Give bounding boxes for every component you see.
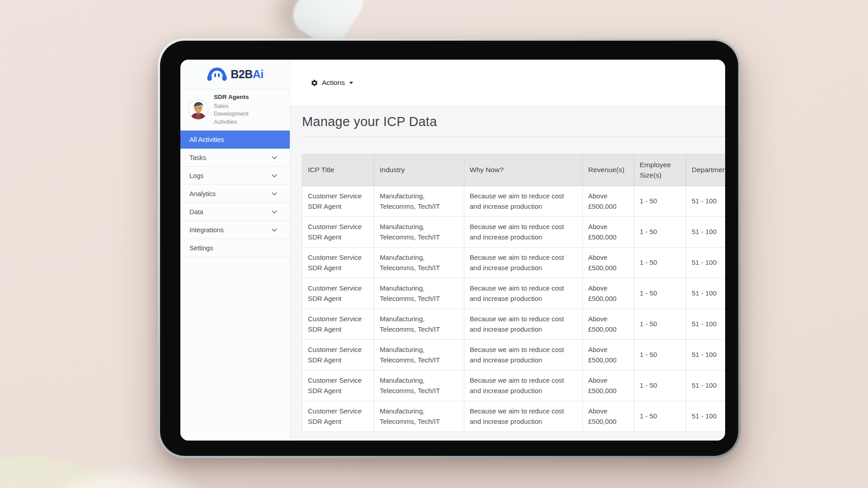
sidebar-item[interactable]: Tasks [180,149,290,167]
chevron-down-icon [272,174,277,178]
cell-department-size: 51 - 100 [686,186,726,217]
table-row: Customer Service SDR Agent Manufacturing… [302,248,726,278]
sidebar-item-label: Integrations [189,226,224,234]
app-screen: B2BAi [180,60,725,441]
cell-icp-title: Customer Service SDR Agent [302,371,374,401]
column-header: Revenue(s) [583,155,634,186]
sidebar-item-label: Analytics [189,190,216,197]
table-row: Customer Service SDR Agent Manufacturing… [302,309,726,340]
cell-industry: Manufacturing, Telecomms, Tech/IT [374,217,464,248]
actions-label: Actions [322,79,345,87]
sidebar-nav: All Activities Tasks Logs [180,131,290,257]
cell-why-now: Because we aim to reduce cost and increa… [464,371,583,401]
cell-icp-title: Customer Service SDR Agent [302,278,374,309]
tablet-bezel: B2BAi [160,41,738,456]
cell-icp-title: Customer Service SDR Agent [302,340,374,371]
cell-revenue: Above £500,000 [583,340,634,371]
sidebar-item[interactable]: Logs [180,167,290,185]
cell-icp-title: Customer Service SDR Agent [302,309,374,340]
sidebar-item-label: All Activities [189,136,224,143]
cell-why-now: Because we aim to reduce cost and increa… [464,217,583,248]
logo-text: B2BAi [231,68,264,81]
column-header: Employee Size(s) [634,155,686,186]
cell-revenue: Above £500,000 [583,309,634,340]
profile-section: SDR Agents Sales Development Activities [180,89,290,131]
column-header: ICP Title [302,155,374,186]
headset-icon [207,67,227,81]
cell-industry: Manufacturing, Telecomms, Tech/IT [374,401,464,432]
cell-department-size: 51 - 100 [686,309,726,340]
cell-icp-title: Customer Service SDR Agent [302,248,374,278]
gear-icon [311,79,318,87]
sidebar: B2BAi [180,60,290,441]
avatar [188,99,208,120]
sidebar-item-label: Logs [189,172,203,179]
table-header-row: ICP TitleIndustryWhy Now?Revenue(s)Emplo… [302,155,726,186]
cell-revenue: Above £500,000 [583,217,634,248]
table-row: Customer Service SDR Agent Manufacturing… [302,186,726,217]
caret-down-icon [349,82,353,84]
cell-employee-size: 1 - 50 [634,401,686,432]
actions-button[interactable]: Actions [311,79,353,87]
sidebar-item-label: Data [189,208,203,216]
cell-icp-title: Customer Service SDR Agent [302,186,374,217]
sidebar-item[interactable]: Analytics [180,185,290,203]
chevron-down-icon [272,210,277,214]
table-row: Customer Service SDR Agent Manufacturing… [302,217,726,248]
cell-employee-size: 1 - 50 [634,186,686,217]
cell-revenue: Above £500,000 [583,371,634,401]
cell-employee-size: 1 - 50 [634,371,686,401]
cell-industry: Manufacturing, Telecomms, Tech/IT [374,340,464,371]
sidebar-item[interactable]: All Activities [180,131,290,149]
cell-icp-title: Customer Service SDR Agent [302,401,374,432]
cell-employee-size: 1 - 50 [634,340,686,371]
cell-revenue: Above £500,000 [583,248,634,278]
cell-why-now: Because we aim to reduce cost and increa… [464,340,583,371]
page-title: Manage your ICP Data [302,114,437,129]
cell-revenue: Above £500,000 [583,401,634,432]
sidebar-item[interactable]: Data [180,203,290,221]
main-content: Manage your ICP Data ICP TitleIndustryWh… [290,107,725,441]
cell-employee-size: 1 - 50 [634,309,686,340]
desk-photo-background: { "logo": { "text_primary": "B2B", "text… [0,0,868,488]
cell-employee-size: 1 - 50 [634,248,686,278]
cell-industry: Manufacturing, Telecomms, Tech/IT [374,278,464,309]
table-row: Customer Service SDR Agent Manufacturing… [302,340,726,371]
cell-department-size: 51 - 100 [686,248,726,278]
profile-name: SDR Agents [214,94,264,100]
cell-industry: Manufacturing, Telecomms, Tech/IT [374,309,464,340]
cell-employee-size: 1 - 50 [634,278,686,309]
cell-why-now: Because we aim to reduce cost and increa… [464,309,583,340]
cell-department-size: 51 - 100 [686,278,726,309]
cell-industry: Manufacturing, Telecomms, Tech/IT [374,186,464,217]
cell-icp-title: Customer Service SDR Agent [302,217,374,248]
chevron-down-icon [272,192,277,196]
cell-industry: Manufacturing, Telecomms, Tech/IT [374,248,464,278]
column-header: Industry [374,155,464,186]
cell-department-size: 51 - 100 [686,217,726,248]
cell-department-size: 51 - 100 [686,401,726,432]
cell-industry: Manufacturing, Telecomms, Tech/IT [374,371,464,401]
icp-table: ICP TitleIndustryWhy Now?Revenue(s)Emplo… [302,154,725,432]
sidebar-item[interactable]: Integrations [180,221,290,239]
page-header: Manage your ICP Data [302,107,725,137]
sidebar-item-label: Tasks [189,154,206,161]
cell-why-now: Because we aim to reduce cost and increa… [464,401,583,432]
cell-why-now: Because we aim to reduce cost and increa… [464,278,583,309]
cell-revenue: Above £500,000 [583,186,634,217]
sidebar-item[interactable]: Settings [180,239,290,257]
cell-why-now: Because we aim to reduce cost and increa… [464,186,583,217]
cell-why-now: Because we aim to reduce cost and increa… [464,248,583,278]
sidebar-item-label: Settings [189,244,213,252]
table-row: Customer Service SDR Agent Manufacturing… [302,278,726,309]
chevron-down-icon [272,156,277,160]
cell-employee-size: 1 - 50 [634,217,686,248]
column-header: Department Size(s) [686,155,726,186]
tablet-device: B2BAi [158,38,741,458]
icp-table-container: ICP TitleIndustryWhy Now?Revenue(s)Emplo… [302,154,725,432]
profile-text: SDR Agents Sales Development Activities [214,94,264,125]
app-logo: B2BAi [180,60,290,89]
cell-department-size: 51 - 100 [686,340,726,371]
chevron-down-icon [272,228,277,232]
topbar: Actions [290,60,725,106]
